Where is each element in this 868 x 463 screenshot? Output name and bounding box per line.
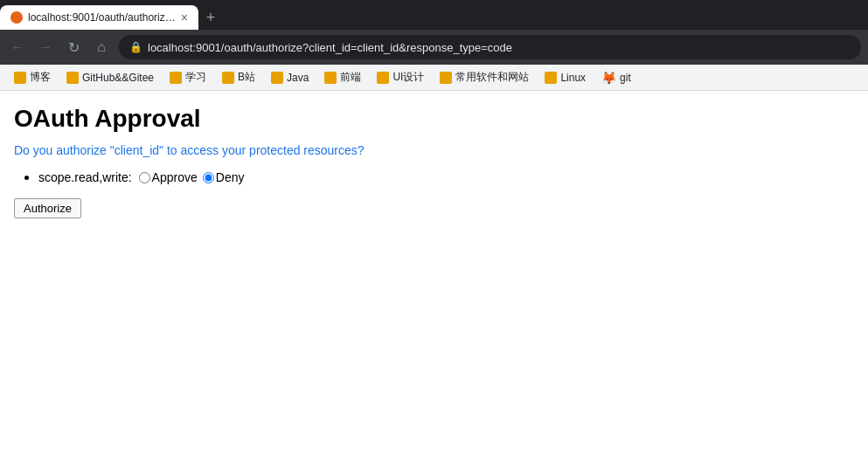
bookmark-label-2: 学习 bbox=[185, 70, 206, 85]
page-title: OAuth Approval bbox=[14, 105, 854, 133]
bookmark-label-6: UI设计 bbox=[392, 70, 424, 85]
svg-point-0 bbox=[12, 13, 21, 22]
reload-button[interactable]: ↻ bbox=[63, 37, 84, 58]
tab-favicon bbox=[10, 11, 23, 24]
bookmark-item-7[interactable]: 常用软件和网站 bbox=[433, 68, 536, 86]
bookmark-icon-5 bbox=[324, 72, 337, 84]
deny-text: Deny bbox=[216, 170, 245, 184]
bookmark-icon-2 bbox=[170, 72, 182, 84]
bookmark-item-1[interactable]: GitHub&&Gitee bbox=[59, 70, 161, 86]
approve-radio-label[interactable]: Approve bbox=[139, 170, 198, 184]
bookmark-label-1: GitHub&&Gitee bbox=[82, 72, 154, 84]
bookmark-icon-7 bbox=[440, 72, 452, 84]
scope-row: scope.read,write: Approve Deny bbox=[38, 170, 854, 184]
bookmark-item-0[interactable]: 博客 bbox=[7, 68, 58, 86]
deny-radio-label[interactable]: Deny bbox=[203, 170, 245, 184]
bookmark-item-6[interactable]: UI设计 bbox=[370, 68, 431, 86]
address-input-wrapper[interactable]: 🔒 localhost:9001/oauth/authorize?client_… bbox=[119, 35, 861, 59]
url-display: localhost:9001/oauth/authorize?client_id… bbox=[148, 41, 512, 54]
bookmark-label-git: git bbox=[620, 72, 631, 84]
bookmark-item-5[interactable]: 前端 bbox=[317, 68, 368, 86]
forward-button[interactable]: → bbox=[35, 37, 56, 58]
git-icon: 🦊 bbox=[601, 71, 616, 85]
bookmark-item-4[interactable]: Java bbox=[264, 70, 316, 86]
bookmark-icon-6 bbox=[377, 72, 389, 84]
bookmark-icon-0 bbox=[14, 72, 26, 84]
bookmark-item-8[interactable]: Linux bbox=[538, 70, 593, 86]
description-after: " to access your protected resources? bbox=[159, 143, 365, 157]
bookmark-item-git[interactable]: 🦊 git bbox=[594, 69, 638, 86]
scope-label: scope.read,write: bbox=[38, 170, 132, 184]
scope-list: scope.read,write: Approve Deny bbox=[38, 169, 854, 184]
tab-title: localhost:9001/oauth/authoriz… bbox=[28, 11, 176, 24]
bookmark-icon-8 bbox=[545, 72, 557, 84]
tab-close-button[interactable]: × bbox=[181, 11, 188, 24]
bookmark-label-5: 前端 bbox=[340, 70, 361, 85]
client-id-text: client_id bbox=[115, 143, 159, 157]
bookmark-label-0: 博客 bbox=[30, 70, 51, 85]
deny-radio[interactable] bbox=[203, 172, 214, 183]
bookmark-label-8: Linux bbox=[560, 72, 586, 84]
authorize-button[interactable]: Authorize bbox=[14, 198, 81, 218]
bookmark-label-3: B站 bbox=[238, 70, 255, 85]
description-before: Do you authorize " bbox=[14, 143, 115, 157]
home-button[interactable]: ⌂ bbox=[91, 37, 112, 58]
bookmark-item-3[interactable]: B站 bbox=[215, 68, 262, 86]
bookmark-icon-1 bbox=[66, 72, 79, 84]
address-bar: ← → ↻ ⌂ 🔒 localhost:9001/oauth/authorize… bbox=[0, 30, 868, 65]
back-button[interactable]: ← bbox=[7, 37, 28, 58]
bookmarks-bar: 博客 GitHub&&Gitee 学习 B站 Java 前端 UI设计 常用软 bbox=[0, 65, 868, 91]
active-tab[interactable]: localhost:9001/oauth/authoriz… × bbox=[0, 5, 198, 30]
bookmark-item-2[interactable]: 学习 bbox=[163, 68, 213, 86]
page-content: OAuth Approval Do you authorize "client_… bbox=[0, 91, 868, 232]
bookmark-icon-3 bbox=[222, 72, 234, 84]
new-tab-button[interactable]: + bbox=[198, 5, 223, 30]
approve-radio[interactable] bbox=[139, 172, 150, 183]
description-text: Do you authorize "client_id" to access y… bbox=[14, 143, 854, 157]
bookmark-label-4: Java bbox=[287, 72, 309, 84]
scope-list-item: scope.read,write: Approve Deny bbox=[38, 169, 854, 184]
bookmark-icon-4 bbox=[271, 72, 283, 84]
approve-text: Approve bbox=[152, 170, 198, 184]
lock-icon: 🔒 bbox=[129, 41, 142, 53]
bookmark-label-7: 常用软件和网站 bbox=[455, 70, 529, 85]
browser-chrome: localhost:9001/oauth/authoriz… × + ← → ↻… bbox=[0, 0, 868, 91]
tab-bar: localhost:9001/oauth/authoriz… × + bbox=[0, 0, 868, 30]
